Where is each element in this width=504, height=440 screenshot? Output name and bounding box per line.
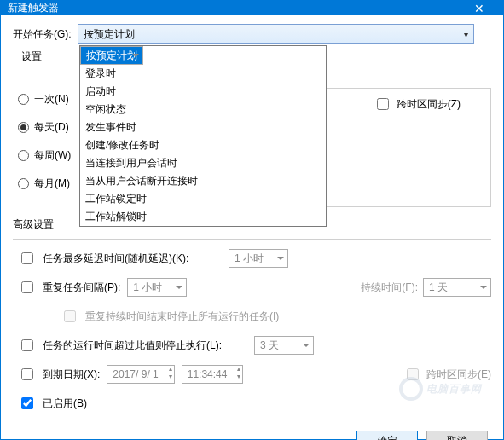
stop-after-select[interactable]: 3 天 xyxy=(254,336,314,355)
radio-monthly[interactable]: 每月(M) xyxy=(18,177,71,191)
repeat-label: 重复任务间隔(P): xyxy=(43,281,120,295)
begin-task-dropdown[interactable]: 按预定计划 登录时 启动时 空闲状态 发生事件时 创建/修改任务时 当连接到用户… xyxy=(79,45,327,227)
close-icon[interactable]: ✕ xyxy=(462,2,496,15)
begin-task-label: 开始任务(G): xyxy=(13,27,78,42)
dropdown-option[interactable]: 空闲状态 xyxy=(80,101,326,119)
dialog-title: 新建触发器 xyxy=(8,1,462,15)
chevron-down-icon: ▾ xyxy=(464,30,468,39)
expire-label: 到期日期(X): xyxy=(43,368,100,382)
duration-label: 持续时间(F): xyxy=(361,281,418,295)
delay-label: 任务最多延迟时间(随机延迟)(K): xyxy=(43,252,222,266)
cancel-button[interactable]: 取消 xyxy=(426,431,488,440)
begin-task-combo[interactable]: 按预定计划 ▾ xyxy=(78,24,474,44)
stop-after-checkbox[interactable] xyxy=(21,339,33,351)
expire-sync-checkbox xyxy=(407,368,419,380)
dropdown-option[interactable]: 按预定计划 xyxy=(80,46,143,65)
expire-checkbox[interactable] xyxy=(21,368,33,380)
radio-weekly[interactable]: 每周(W) xyxy=(18,148,71,163)
dropdown-option[interactable]: 创建/修改任务时 xyxy=(80,136,326,154)
duration-select[interactable]: 1 天 xyxy=(423,278,491,297)
dropdown-option[interactable]: 当连接到用户会话时 xyxy=(80,154,326,172)
dropdown-option[interactable]: 当从用户会话断开连接时 xyxy=(80,172,326,190)
delay-checkbox[interactable] xyxy=(21,252,33,264)
expire-date-picker[interactable]: 2017/ 9/ 1 xyxy=(107,365,174,384)
stop-running-label: 重复持续时间结束时停止所有运行的任务(I) xyxy=(85,310,279,324)
dropdown-option[interactable]: 发生事件时 xyxy=(80,119,326,136)
radio-once[interactable]: 一次(N) xyxy=(18,92,71,107)
dropdown-option[interactable]: 登录时 xyxy=(80,65,326,83)
expire-sync-label: 跨时区同步(E) xyxy=(426,368,491,382)
stop-running-checkbox xyxy=(64,310,76,322)
repeat-checkbox[interactable] xyxy=(21,281,33,293)
dropdown-option[interactable]: 工作站锁定时 xyxy=(80,190,326,208)
expire-time-picker[interactable]: 11:34:44 xyxy=(182,365,244,384)
ok-button[interactable]: 确定 xyxy=(356,431,418,440)
radio-daily[interactable]: 每天(D) xyxy=(18,120,71,135)
dropdown-option[interactable]: 工作站解锁时 xyxy=(80,208,326,226)
repeat-select[interactable]: 1 小时 xyxy=(127,278,187,297)
enabled-label: 已启用(B) xyxy=(43,397,87,411)
enabled-checkbox[interactable] xyxy=(21,397,33,409)
stop-after-label: 任务的运行时间超过此值则停止执行(L): xyxy=(43,339,247,353)
delay-select[interactable]: 1 小时 xyxy=(229,249,288,268)
dropdown-option[interactable]: 启动时 xyxy=(80,83,326,101)
begin-task-combo-value: 按预定计划 xyxy=(84,27,135,42)
